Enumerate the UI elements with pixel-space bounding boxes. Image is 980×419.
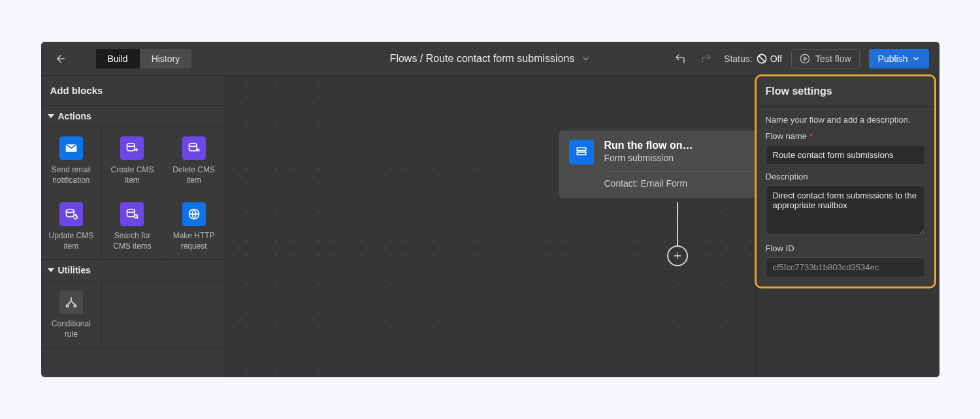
- svg-marker-4: [804, 57, 807, 60]
- svg-line-18: [67, 302, 71, 305]
- undo-button[interactable]: [672, 50, 689, 67]
- redo-icon: [700, 53, 712, 65]
- flow-name-label: Flow name: [766, 131, 808, 141]
- section-utilities-header[interactable]: Utilities: [41, 260, 225, 281]
- chevron-down-icon: [912, 55, 920, 63]
- publish-label: Publish: [878, 54, 908, 64]
- svg-rect-22: [577, 147, 585, 150]
- app-window: Build History Flows / Route contact form…: [41, 42, 939, 377]
- field-description: Description: [757, 168, 934, 240]
- back-button[interactable]: [52, 50, 70, 68]
- undo-icon: [674, 53, 686, 65]
- status-label: Status:: [724, 54, 753, 64]
- actions-grid: Send email notification Create CMS item …: [41, 127, 225, 260]
- db-plus-icon: [120, 136, 144, 160]
- tab-group: Build History: [96, 49, 192, 69]
- test-flow-label: Test flow: [815, 54, 851, 64]
- block-label: Search for CMS items: [106, 231, 159, 251]
- required-indicator: *: [809, 131, 813, 141]
- svg-point-11: [66, 210, 74, 213]
- flow-id-label: Flow ID: [766, 243, 794, 253]
- section-actions-header[interactable]: Actions: [41, 106, 225, 127]
- topbar-right: Status: Off Test flow Publish: [672, 49, 928, 69]
- status-value-text: Off: [770, 54, 782, 64]
- breadcrumb[interactable]: Flows / Route contact form submissions: [390, 53, 591, 65]
- test-flow-button[interactable]: Test flow: [791, 49, 859, 69]
- block-search-cms[interactable]: Search for CMS items: [102, 193, 163, 259]
- node-body: Run the flow on… Form submission Contact…: [604, 140, 755, 198]
- svg-point-5: [127, 144, 135, 147]
- block-update-cms[interactable]: Update CMS item: [41, 193, 103, 259]
- svg-point-8: [189, 144, 197, 147]
- svg-point-13: [135, 215, 138, 218]
- field-flow-name: Flow name *: [757, 127, 934, 168]
- block-label: Create CMS item: [106, 165, 159, 185]
- block-http-request[interactable]: Make HTTP request: [163, 193, 225, 259]
- utilities-grid: Conditional rule: [41, 281, 225, 348]
- block-label: Update CMS item: [45, 231, 98, 251]
- field-flow-id: Flow ID: [757, 240, 934, 280]
- redo-button[interactable]: [698, 50, 715, 67]
- block-create-cms[interactable]: Create CMS item: [102, 127, 163, 193]
- block-conditional-rule[interactable]: Conditional rule: [41, 281, 103, 347]
- svg-point-20: [66, 305, 68, 307]
- sidebar-title: Add blocks: [41, 76, 225, 106]
- block-label: Make HTTP request: [167, 231, 221, 251]
- plus-icon: [672, 251, 683, 261]
- flow-id-input[interactable]: [766, 257, 925, 277]
- svg-point-3: [800, 54, 809, 63]
- caret-down-icon: [48, 268, 54, 272]
- topbar: Build History Flows / Route contact form…: [41, 42, 939, 76]
- svg-line-19: [71, 302, 75, 305]
- svg-point-12: [127, 210, 135, 213]
- block-label: Conditional rule: [45, 319, 98, 339]
- svg-rect-23: [577, 152, 585, 155]
- description-label: Description: [766, 172, 808, 181]
- tab-history[interactable]: History: [140, 49, 192, 69]
- block-label: Delete CMS item: [167, 165, 221, 185]
- svg-line-14: [137, 218, 138, 219]
- sidebar: Add blocks Actions Send email notificati…: [41, 76, 225, 377]
- ban-icon: [757, 54, 767, 64]
- node-detail: Contact: Email Form: [604, 172, 755, 198]
- arrow-left-icon: [55, 53, 67, 65]
- status-value[interactable]: Off: [757, 54, 782, 64]
- db-search-icon: [120, 202, 144, 226]
- settings-title: Flow settings: [757, 76, 934, 107]
- branch-icon: [59, 290, 83, 314]
- block-send-email[interactable]: Send email notification: [41, 127, 103, 193]
- section-actions-label: Actions: [58, 111, 91, 121]
- svg-line-2: [759, 55, 764, 61]
- publish-button[interactable]: Publish: [869, 49, 929, 69]
- form-icon: [569, 140, 594, 164]
- canvas[interactable]: Run the flow on… Form submission Contact…: [225, 76, 755, 377]
- mail-icon: [59, 136, 83, 160]
- settings-description: Name your flow and add a description.: [757, 107, 934, 127]
- chevron-down-icon: [581, 54, 590, 63]
- block-label: Send email notification: [45, 165, 98, 185]
- svg-point-21: [74, 305, 76, 307]
- db-x-icon: [182, 136, 206, 160]
- section-utilities-label: Utilities: [58, 265, 91, 275]
- status: Status: Off: [724, 54, 782, 64]
- globe-icon: [182, 202, 206, 226]
- breadcrumb-text: Flows / Route contact form submissions: [390, 53, 575, 65]
- play-circle-icon: [800, 54, 810, 64]
- block-delete-cms[interactable]: Delete CMS item: [163, 127, 225, 193]
- caret-down-icon: [48, 114, 54, 118]
- flow-name-input[interactable]: [766, 145, 925, 165]
- node-subtitle: Form submission: [604, 153, 755, 172]
- flow-settings-panel: Flow settings Name your flow and add a d…: [755, 74, 936, 288]
- trigger-node[interactable]: Run the flow on… Form submission Contact…: [559, 131, 755, 198]
- description-input[interactable]: [766, 185, 925, 235]
- db-sync-icon: [59, 202, 83, 226]
- add-node-button[interactable]: [667, 245, 688, 266]
- connector-line: [677, 202, 678, 247]
- tab-build[interactable]: Build: [96, 49, 140, 69]
- node-title: Run the flow on…: [604, 140, 755, 151]
